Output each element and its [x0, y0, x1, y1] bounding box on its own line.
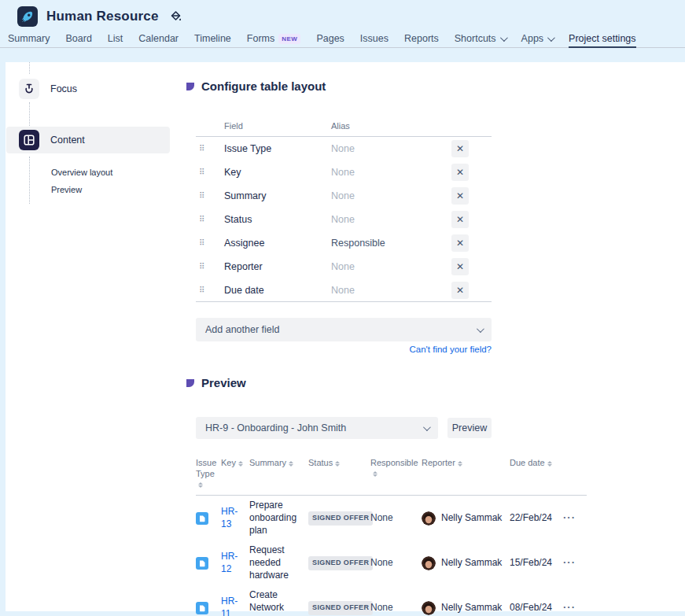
- drag-handle-icon[interactable]: ⠿: [196, 168, 224, 176]
- status-badge: SIGNED OFFER: [308, 556, 373, 570]
- tree-guide-line: [29, 62, 30, 74]
- remove-field-button[interactable]: ✕: [451, 140, 469, 157]
- section-marker-icon: [186, 83, 194, 90]
- alias-input[interactable]: None: [331, 214, 451, 225]
- field-row-issue-type: ⠿ Issue Type None ✕: [196, 137, 492, 160]
- reporter-name: Nelly Sammak: [441, 602, 502, 614]
- settings-panel: Focus Content Overview layout Preview Co…: [6, 62, 685, 611]
- remove-field-button[interactable]: ✕: [451, 282, 469, 299]
- remove-field-button[interactable]: ✕: [451, 211, 469, 228]
- new-badge: NEW: [278, 34, 300, 44]
- drag-handle-icon[interactable]: ⠿: [196, 192, 224, 200]
- field-row-key: ⠿ Key None ✕: [196, 160, 492, 184]
- alias-input[interactable]: None: [331, 143, 451, 154]
- remove-field-button[interactable]: ✕: [451, 234, 469, 252]
- section-title: Preview: [201, 376, 246, 389]
- drag-handle-icon[interactable]: ⠿: [196, 216, 224, 223]
- add-field-select[interactable]: Add another field: [196, 318, 492, 341]
- field-row-summary: ⠿ Summary None ✕: [196, 184, 492, 208]
- drag-handle-icon[interactable]: ⠿: [196, 145, 224, 153]
- tab-shortcuts[interactable]: Shortcuts: [455, 30, 506, 47]
- preview-button[interactable]: Preview: [447, 418, 492, 438]
- alias-input[interactable]: None: [331, 261, 451, 272]
- field-column-header: Field: [224, 121, 331, 131]
- issue-key-link[interactable]: HR-11: [221, 596, 245, 616]
- responsible-value: None: [370, 557, 422, 570]
- section-marker-icon: [186, 379, 194, 387]
- tab-issues[interactable]: Issues: [360, 30, 389, 47]
- tab-project-settings[interactable]: Project settings: [569, 30, 635, 47]
- chevron-down-icon: [547, 34, 555, 42]
- col-due-date[interactable]: Due date: [510, 458, 563, 469]
- more-actions-button[interactable]: ···: [563, 601, 576, 613]
- sidebar-item-preview[interactable]: Preview: [51, 185, 82, 194]
- field-row-status: ⠿ Status None ✕: [196, 208, 492, 231]
- chevron-down-icon: [423, 423, 431, 431]
- issue-summary[interactable]: Request needed hardware: [249, 544, 308, 581]
- remove-field-button[interactable]: ✕: [451, 258, 469, 275]
- col-key[interactable]: Key: [221, 458, 249, 469]
- alias-input[interactable]: None: [331, 190, 451, 201]
- status-badge: SIGNED OFFER: [308, 601, 373, 615]
- tab-timeline[interactable]: Timeline: [194, 30, 231, 47]
- avatar: [422, 601, 436, 615]
- alias-input[interactable]: None: [331, 167, 451, 178]
- reporter-name: Nelly Sammak: [441, 512, 502, 525]
- project-nav: Summary Board List Calendar Timeline For…: [8, 30, 636, 47]
- sort-icon: [289, 461, 293, 467]
- alias-input[interactable]: Responsible: [331, 238, 451, 249]
- preview-table: Issue Type Key Summary Status Responsibl…: [196, 458, 587, 616]
- sort-icon: [547, 461, 552, 467]
- field-row-assignee: ⠿ Assignee Responsible ✕: [196, 231, 492, 255]
- configure-section-header: Configure table layout: [186, 79, 326, 93]
- remove-field-button[interactable]: ✕: [451, 187, 469, 205]
- issue-summary[interactable]: Prepare onboarding plan: [249, 500, 308, 537]
- issue-key-link[interactable]: HR-13: [221, 506, 245, 530]
- field-table-header: Field Alias: [196, 118, 492, 137]
- tree-guide-line: [29, 102, 30, 126]
- tab-summary[interactable]: Summary: [8, 30, 50, 47]
- sidebar-item-focus[interactable]: Focus: [6, 76, 170, 102]
- project-avatar: [17, 6, 38, 27]
- field-row-due-date: ⠿ Due date None ✕: [196, 278, 492, 302]
- more-actions-button[interactable]: ···: [563, 511, 576, 523]
- field-row-reporter: ⠿ Reporter None ✕: [196, 255, 492, 278]
- issue-key-link[interactable]: HR-12: [221, 551, 245, 575]
- drag-handle-icon[interactable]: ⠿: [196, 263, 224, 271]
- preview-issue-select[interactable]: HR-9 - Onboarding - John Smith: [196, 417, 438, 439]
- issue-type-icon[interactable]: [196, 512, 208, 525]
- tab-reports[interactable]: Reports: [404, 30, 439, 47]
- project-header: Human Resource Summary Board List Calend…: [0, 0, 685, 48]
- tab-calendar[interactable]: Calendar: [138, 30, 179, 47]
- paint-bucket-icon[interactable]: [170, 10, 182, 23]
- sidebar-item-overview-layout[interactable]: Overview layout: [51, 168, 112, 177]
- drag-handle-icon[interactable]: ⠿: [196, 286, 224, 294]
- issue-row: HR-13 Prepare onboarding plan SIGNED OFF…: [196, 496, 587, 540]
- issue-summary[interactable]: Create Network access: [249, 589, 308, 616]
- more-actions-button[interactable]: ···: [563, 556, 576, 568]
- issue-row: HR-11 Create Network access SIGNED OFFER…: [196, 585, 587, 616]
- due-date: 22/Feb/24: [510, 512, 563, 525]
- tab-board[interactable]: Board: [65, 30, 91, 47]
- col-summary[interactable]: Summary: [249, 458, 308, 469]
- col-responsible[interactable]: Responsible: [370, 458, 422, 480]
- drag-handle-icon[interactable]: ⠿: [196, 239, 224, 247]
- preview-table-header: Issue Type Key Summary Status Responsibl…: [196, 458, 587, 496]
- col-reporter[interactable]: Reporter: [422, 458, 510, 469]
- col-issue-type[interactable]: Issue Type: [196, 458, 221, 490]
- alias-column-header: Alias: [331, 121, 350, 131]
- remove-field-button[interactable]: ✕: [451, 164, 469, 181]
- col-status[interactable]: Status: [308, 458, 370, 469]
- issue-type-icon[interactable]: [196, 557, 208, 570]
- tab-apps[interactable]: Apps: [521, 30, 554, 47]
- responsible-value: None: [370, 602, 422, 614]
- page-title: Human Resource: [46, 9, 159, 24]
- cant-find-field-link[interactable]: Can't find your field?: [196, 345, 492, 354]
- tab-pages[interactable]: Pages: [316, 30, 344, 47]
- alias-input[interactable]: None: [331, 285, 451, 296]
- chevron-down-icon: [500, 34, 508, 42]
- tab-list[interactable]: List: [108, 30, 123, 47]
- sidebar-item-content[interactable]: Content: [6, 127, 170, 153]
- issue-type-icon[interactable]: [196, 602, 208, 614]
- tab-forms[interactable]: FormsNEW: [247, 30, 301, 47]
